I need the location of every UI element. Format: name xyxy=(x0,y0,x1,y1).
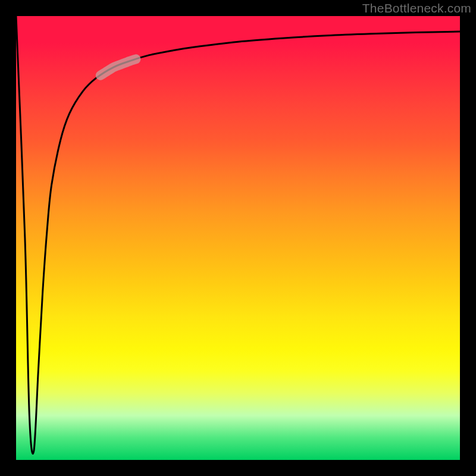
curve-path xyxy=(16,16,460,453)
curve-layer xyxy=(16,16,460,460)
curve-highlight-segment xyxy=(101,59,136,75)
watermark-text: TheBottleneck.com xyxy=(362,1,471,15)
chart-stage: TheBottleneck.com xyxy=(0,0,476,476)
bottleneck-curve xyxy=(16,16,460,453)
